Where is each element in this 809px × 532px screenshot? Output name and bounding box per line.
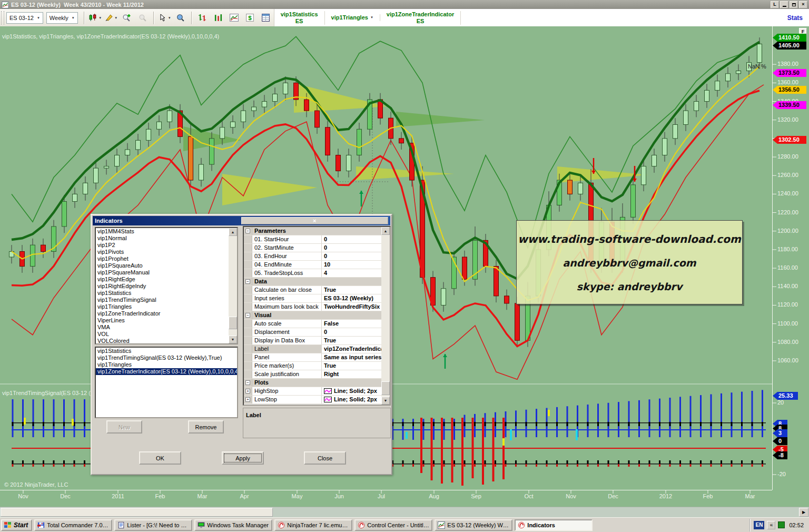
expand-icon[interactable]: +: [245, 389, 250, 393]
available-indicator-item[interactable]: VOLColored: [96, 338, 237, 344]
scrollbar-thumb[interactable]: [229, 317, 237, 329]
expand-icon[interactable]: +: [245, 397, 250, 402]
tray-collapse-button[interactable]: «: [767, 521, 775, 529]
chart-horizontal-scrollbar[interactable]: ▶: [0, 507, 809, 517]
dialog-close-icon[interactable]: ×: [241, 217, 389, 224]
chart-tab-vip1ZoneTraderIndicator[interactable]: vip1ZoneTraderIndicatorES: [380, 11, 461, 25]
properties-scrollbar[interactable]: ▲ ▼: [381, 227, 390, 405]
minimize-button[interactable]: [780, 1, 788, 8]
restore-button[interactable]: [790, 1, 798, 8]
available-indicator-item[interactable]: vip1Pivots: [96, 249, 237, 255]
available-list-scrollbar[interactable]: ▲ ▼: [229, 228, 237, 343]
property-value[interactable]: 0: [322, 328, 390, 336]
scroll-down-button[interactable]: ▼: [229, 336, 237, 343]
available-indicator-item[interactable]: VOL: [96, 331, 237, 338]
property-row[interactable]: Scale justificationRight: [244, 370, 390, 379]
dialog-titlebar[interactable]: Indicators ×: [93, 216, 390, 225]
stats-tab[interactable]: Stats: [781, 9, 809, 26]
close-button[interactable]: Close: [304, 451, 346, 465]
window-titlebar[interactable]: ES 03-12 (Weekly) Week 43/2010 - Week 11…: [0, 0, 809, 9]
currency-button[interactable]: $: [243, 11, 258, 25]
task-button-ninjatrader[interactable]: NinjaTrader 7 lic.emu v5.06: [274, 519, 352, 531]
instrument-selector[interactable]: ES 03-12 ▼: [6, 12, 43, 24]
property-value[interactable]: 0: [322, 252, 390, 260]
data-box-button[interactable]: [173, 11, 188, 25]
period-selector[interactable]: Weekly ▼: [46, 12, 78, 24]
task-button-monitor[interactable]: Windows Task Manager: [194, 519, 272, 531]
toolbar-grip[interactable]: [1, 11, 4, 25]
zoom-in-button[interactable]: [120, 11, 134, 25]
property-row[interactable]: +LowStopLine; Solid; 2px: [244, 396, 390, 404]
configured-indicator-item[interactable]: vip1Statistics: [96, 348, 237, 354]
apply-button[interactable]: Apply: [222, 451, 264, 465]
volume-bars-button[interactable]: [211, 11, 226, 25]
property-section-header[interactable]: −Parameters: [244, 227, 390, 235]
chart-style-button[interactable]: ▼: [88, 11, 103, 25]
property-value[interactable]: Line; Solid; 2px: [322, 387, 390, 395]
task-button-document[interactable]: Lister - [G:\! Need to upl...: [114, 519, 192, 531]
property-value[interactable]: Same as input series: [322, 353, 390, 361]
available-indicator-item[interactable]: vip1ZoneTraderIndicator: [96, 310, 237, 317]
collapse-icon[interactable]: −: [245, 279, 250, 284]
zoom-out-button[interactable]: [135, 11, 150, 25]
ok-button[interactable]: OK: [139, 451, 181, 465]
property-value[interactable]: 0: [322, 244, 390, 252]
property-value[interactable]: 4: [322, 269, 390, 277]
link-button[interactable]: L: [771, 1, 779, 8]
scroll-down-button[interactable]: ▼: [381, 397, 390, 405]
close-button[interactable]: ×: [799, 1, 807, 8]
property-row[interactable]: 03. EndHour0: [244, 252, 390, 261]
property-row[interactable]: Input seriesES 03-12 (Weekly): [244, 294, 390, 303]
task-button-chart[interactable]: ES 03-12 (Weekly) Wee...: [435, 519, 512, 531]
property-row[interactable]: Displacement0: [244, 328, 390, 337]
property-row[interactable]: 02. StartMinute0: [244, 244, 390, 252]
language-indicator[interactable]: EN: [754, 521, 764, 529]
remove-button[interactable]: Remove: [188, 420, 224, 434]
property-row[interactable]: Maximum bars look backTwoHundredFiftySix: [244, 303, 390, 311]
property-value[interactable]: Right: [322, 370, 390, 378]
property-row[interactable]: Auto scaleFalse: [244, 320, 390, 328]
available-indicator-item[interactable]: vip1Statistics: [96, 290, 237, 297]
task-button-ninjatrader[interactable]: Indicators: [515, 519, 593, 531]
available-indicator-item[interactable]: vip1Prophet: [96, 255, 237, 262]
configured-indicator-item[interactable]: vip1Triangles: [96, 361, 237, 368]
properties-grid[interactable]: −Parameters01. StartHour002. StartMinute…: [243, 226, 391, 406]
available-indicator-item[interactable]: vip1PSquareManual: [96, 269, 237, 276]
chart-tab-vip1Statistics[interactable]: vip1StatisticsES: [274, 11, 325, 25]
property-value[interactable]: vip1ZoneTraderIndicat: [322, 345, 390, 353]
property-row[interactable]: Labelvip1ZoneTraderIndicat: [244, 345, 390, 353]
network-tray-icon[interactable]: [778, 521, 785, 528]
property-value[interactable]: Line; Solid; 2px: [322, 396, 390, 403]
scroll-up-button[interactable]: ▲: [381, 227, 390, 235]
property-value[interactable]: True: [322, 337, 390, 344]
property-row[interactable]: +HighStopLine; Solid; 2px: [244, 387, 390, 396]
available-indicators-list[interactable]: vip1MM4Statsvip1Normalvip1P2vip1Pivotsvi…: [95, 227, 238, 344]
property-value[interactable]: 10: [322, 261, 390, 269]
property-value[interactable]: True: [322, 286, 390, 294]
property-value[interactable]: False: [322, 320, 390, 328]
available-indicator-item[interactable]: vip1MM4Stats: [96, 228, 237, 235]
cursor-tool-button[interactable]: ▼: [157, 11, 172, 25]
scroll-right-button[interactable]: ▶: [799, 508, 808, 517]
property-value[interactable]: TwoHundredFiftySix: [322, 303, 390, 311]
available-indicator-item[interactable]: vip1PSquareAuto: [96, 262, 237, 269]
collapse-icon[interactable]: −: [245, 229, 250, 233]
collapse-icon[interactable]: −: [245, 313, 250, 318]
configured-indicators-list[interactable]: vip1Statisticsvip1TrendTimingSignal(ES 0…: [95, 347, 238, 418]
property-row[interactable]: Price marker(s)True: [244, 362, 390, 370]
available-indicator-item[interactable]: vip1TrendTimingSignal: [96, 297, 237, 303]
property-row[interactable]: Display in Data BoxTrue: [244, 337, 390, 345]
scroll-up-button[interactable]: ▲: [229, 228, 237, 236]
configured-indicator-item[interactable]: vip1ZoneTraderIndicator(ES 03-12 (Weekly…: [96, 368, 237, 375]
drawing-tools-button[interactable]: ▼: [104, 11, 119, 25]
property-row[interactable]: 01. StartHour0: [244, 235, 390, 244]
property-value[interactable]: True: [322, 362, 390, 370]
property-row[interactable]: 05. TradeStopLoss4: [244, 269, 390, 278]
chart-tab-vip1Triangles[interactable]: vip1Triangles▼: [325, 14, 380, 21]
configured-indicator-item[interactable]: vip1TrendTimingSignal(ES 03-12 (Weekly),…: [96, 354, 237, 361]
property-section-header[interactable]: −Plots: [244, 379, 390, 387]
property-value[interactable]: ES 03-12 (Weekly): [322, 294, 390, 302]
task-button-ninjatrader[interactable]: Control Center - Untitled1: [354, 519, 432, 531]
scrollbar-thumb[interactable]: [1, 508, 273, 517]
property-value[interactable]: 0: [322, 235, 390, 243]
